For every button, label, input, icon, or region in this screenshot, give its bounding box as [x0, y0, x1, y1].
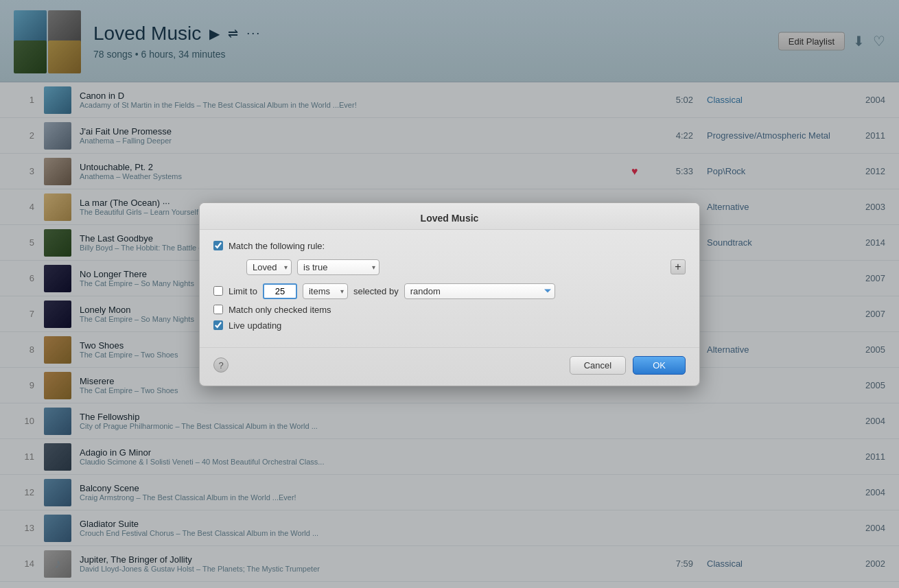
modal-title: Loved Music	[200, 203, 699, 230]
match-checked-row: Match only checked items	[213, 305, 686, 315]
modal-footer: ? Cancel OK	[200, 347, 699, 386]
limit-checkbox[interactable]	[213, 286, 223, 296]
items-select[interactable]: items	[303, 283, 348, 299]
rule-condition-row: Loved is true +	[213, 259, 686, 275]
rule-field-wrap: Loved	[246, 259, 292, 275]
random-select[interactable]: random	[404, 283, 555, 299]
limit-label: Limit to	[229, 286, 257, 296]
match-only-checked-checkbox[interactable]	[213, 305, 223, 314]
footer-buttons: Cancel OK	[570, 356, 686, 375]
help-button[interactable]: ?	[213, 357, 229, 373]
modal-dialog: Loved Music Match the following rule: Lo…	[199, 202, 700, 386]
rule-field-select[interactable]: Loved	[246, 259, 292, 275]
limit-row: Limit to items selected by random	[213, 283, 686, 299]
match-rule-checkbox[interactable]	[213, 241, 223, 250]
live-updating-row: Live updating	[213, 320, 686, 331]
random-select-wrap: random	[404, 283, 555, 299]
match-rule-label: Match the following rule:	[229, 241, 325, 251]
match-only-checked-label: Match only checked items	[229, 305, 331, 315]
modal-body: Match the following rule: Loved is true	[200, 230, 699, 347]
live-updating-label: Live updating	[229, 320, 281, 331]
rule-condition-wrap: is true	[297, 259, 380, 275]
items-select-wrap: items	[303, 283, 348, 299]
add-rule-button[interactable]: +	[670, 259, 686, 274]
rule-conditions: Loved is true +	[246, 259, 686, 275]
cancel-button[interactable]: Cancel	[570, 356, 626, 375]
selected-by-label: selected by	[353, 286, 399, 296]
limit-input[interactable]	[263, 283, 297, 299]
modal-overlay: Loved Music Match the following rule: Lo…	[0, 0, 899, 588]
live-updating-checkbox[interactable]	[213, 320, 223, 330]
rule-condition-select[interactable]: is true	[297, 259, 380, 275]
match-rule-row: Match the following rule:	[213, 241, 686, 251]
ok-button[interactable]: OK	[633, 356, 686, 375]
